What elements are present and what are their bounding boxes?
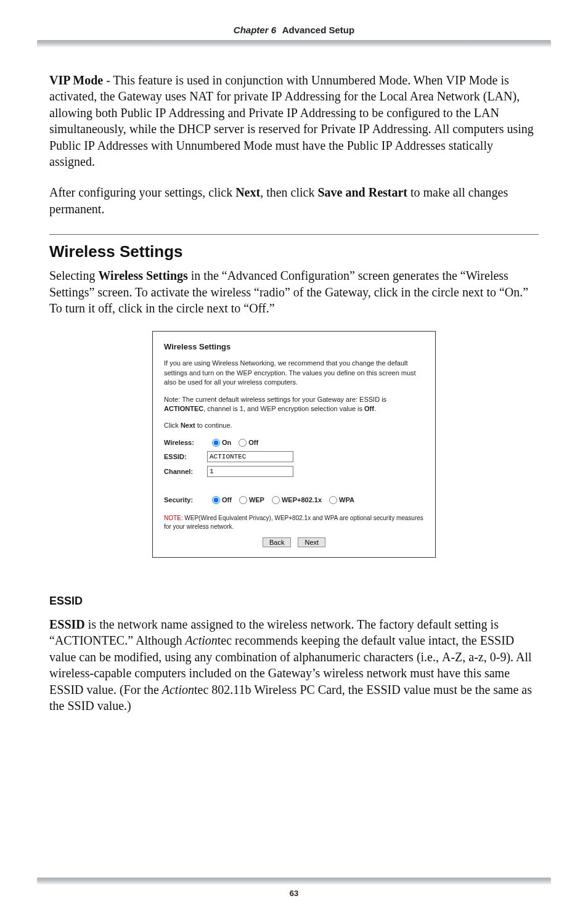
dialog-security-note: NOTE: WEP(Wired Equivalent Privacy), WEP…	[164, 514, 424, 523]
dialog-security-note-line2: for your wireless network.	[164, 523, 424, 531]
security-wpa-radio[interactable]	[329, 496, 337, 504]
security-wep8021x-label: WEP+802.1x	[282, 495, 322, 505]
wireless-on-radio[interactable]	[212, 439, 220, 447]
back-button[interactable]: Back	[263, 537, 291, 547]
header-rule	[37, 40, 551, 47]
chapter-label: Chapter 6	[234, 25, 276, 35]
security-wpa-label: WPA	[339, 495, 354, 505]
security-off-label: Off	[222, 495, 232, 505]
wireless-on-label: On	[222, 438, 231, 447]
security-off-radio[interactable]	[212, 496, 220, 504]
dialog-click-next: Click Next to continue.	[164, 421, 424, 430]
essid-subhead: ESSID	[49, 595, 539, 608]
footer-rule	[37, 878, 551, 885]
dialog-title: Wireless Settings	[164, 341, 424, 353]
essid-label: ESSID:	[164, 452, 207, 462]
security-wep8021x-radio[interactable]	[272, 496, 280, 504]
next-button[interactable]: Next	[298, 537, 325, 547]
essid-input[interactable]	[207, 451, 293, 462]
dialog-intro-text: If you are using Wireless Networking, we…	[164, 359, 424, 387]
page-footer: 63	[0, 878, 588, 898]
vip-mode-paragraph: VIP Mode - This feature is used in conju…	[49, 72, 539, 169]
security-wep-label: WEP	[249, 495, 264, 505]
channel-row: Channel:	[164, 466, 424, 477]
security-wep-radio[interactable]	[239, 496, 247, 504]
wireless-settings-dialog: Wireless Settings If you are using Wirel…	[152, 331, 436, 558]
after-config-paragraph: After configuring your settings, click N…	[49, 184, 539, 217]
running-head: Chapter 6 Advanced Setup	[49, 25, 539, 35]
wireless-label: Wireless:	[164, 438, 207, 447]
spacer	[164, 481, 424, 492]
wireless-off-radio[interactable]	[239, 439, 247, 447]
channel-input[interactable]	[207, 466, 293, 477]
essid-row: ESSID:	[164, 451, 424, 462]
essid-paragraph: ESSID is the network name assigned to th…	[49, 616, 539, 714]
section-divider	[49, 234, 539, 235]
wireless-settings-heading: Wireless Settings	[49, 242, 539, 261]
security-row: Security: Off WEP WEP+802.1x WPA	[164, 495, 424, 505]
security-label: Security:	[164, 495, 207, 505]
wireless-off-label: Off	[248, 438, 258, 447]
channel-label: Channel:	[164, 467, 207, 476]
chapter-title: Advanced Setup	[282, 25, 355, 35]
page-number: 63	[0, 889, 588, 898]
wireless-row: Wireless: On Off	[164, 438, 424, 447]
dialog-note-defaults: Note: The current default wireless setti…	[164, 395, 424, 414]
dialog-buttons: Back Next	[164, 537, 424, 547]
wireless-intro-paragraph: Selecting Wireless Settings in the “Adva…	[49, 267, 539, 316]
